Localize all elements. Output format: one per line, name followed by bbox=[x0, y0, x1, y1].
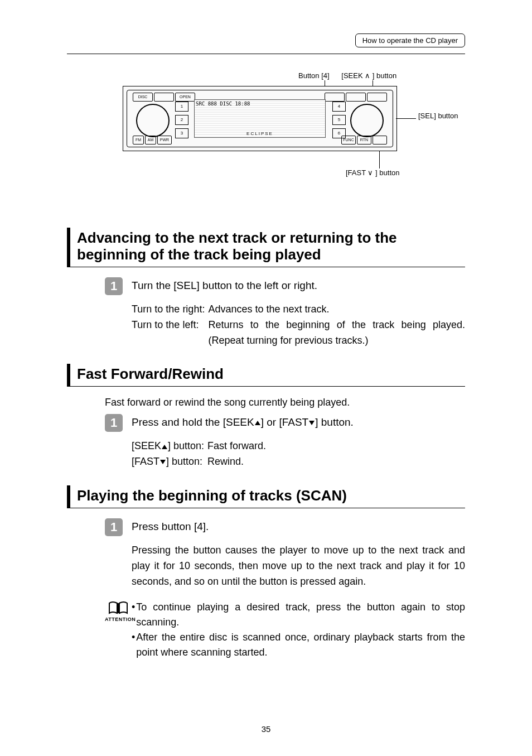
preset-3: 3 bbox=[175, 128, 188, 138]
volume-knob bbox=[136, 104, 170, 137]
scan-paragraph: Pressing the button causes the player to… bbox=[132, 543, 465, 590]
caret-down-icon bbox=[160, 460, 166, 464]
step-instruction: Press and hold the [SEEK] or [FAST] butt… bbox=[132, 414, 354, 428]
disc-button: DISC bbox=[133, 93, 153, 102]
stereo-faceplate: DISC OPEN FM AM PWR RTN FUNC 1 2 3 4 bbox=[123, 86, 397, 151]
attention-label: ATTENTION bbox=[105, 617, 132, 622]
label-button-4: Button [4] bbox=[298, 71, 330, 80]
sel-knob bbox=[350, 104, 384, 137]
rtn-button: RTN bbox=[357, 136, 371, 145]
device-diagram: Button [4] [SEEK ∧ ] button DISC OPEN FM… bbox=[123, 73, 452, 151]
intro-ffrw: Fast forward or rewind the song currentl… bbox=[105, 397, 465, 408]
header-section-title: How to operate the CD player bbox=[355, 33, 465, 47]
step-instruction: Press button [4]. bbox=[132, 518, 209, 533]
step-1-advance: 1 Turn the [SEL] button to the left or r… bbox=[105, 277, 465, 295]
brand-label: ECLIPSE bbox=[246, 131, 273, 136]
def-key-right: Turn to the right: bbox=[132, 302, 208, 317]
label-sel-button: [SEL] button bbox=[418, 112, 458, 120]
disp-button bbox=[346, 93, 366, 102]
section-heading-scan: Playing the beginning of tracks (SCAN) bbox=[67, 485, 465, 508]
def-key-left: Turn to the left: bbox=[132, 317, 208, 349]
open-button: OPEN bbox=[175, 93, 195, 102]
def-key-seek: [SEEK] button: bbox=[132, 439, 207, 454]
page-number: 35 bbox=[0, 724, 532, 734]
lcd-display: SRC 888 DISC 18:88 ECLIPSE bbox=[194, 99, 326, 138]
attention-block: ATTENTION • To continue playing a desire… bbox=[105, 600, 465, 660]
caret-up-icon bbox=[162, 445, 167, 449]
heading-text: Playing the beginning of tracks (SCAN) bbox=[77, 485, 347, 508]
attention-item-2: • After the entire disc is scanned once,… bbox=[132, 630, 465, 660]
definitions-advance: Turn to the right: Advances to the next … bbox=[132, 302, 465, 349]
fast-button bbox=[373, 136, 387, 145]
caret-up-icon bbox=[255, 421, 260, 425]
def-val-fast: Rewind. bbox=[207, 454, 266, 470]
def-key-fast: [FAST] button: bbox=[132, 454, 207, 470]
preset-6: 6 bbox=[332, 128, 346, 138]
label-fast-button: [FAST ∨ ] button bbox=[346, 168, 399, 177]
heading-text: Fast Forward/Rewind bbox=[77, 364, 224, 386]
book-icon bbox=[107, 600, 129, 617]
def-val-left: Returns to the beginning of the track be… bbox=[208, 317, 465, 349]
pwr-button: PWR bbox=[157, 136, 172, 145]
step-instruction: Turn the [SEL] button to the left or rig… bbox=[132, 277, 317, 292]
preset-1: 1 bbox=[175, 102, 188, 112]
def-val-right: Advances to the next track. bbox=[208, 302, 465, 317]
step-1-ffrw: 1 Press and hold the [SEEK] or [FAST] bu… bbox=[105, 414, 465, 432]
preset-2: 2 bbox=[175, 115, 188, 125]
def-val-seek: Fast forward. bbox=[207, 439, 266, 454]
heading-text: Advancing to the next track or returning… bbox=[77, 228, 465, 267]
attention-item-1: • To continue playing a desired track, p… bbox=[132, 600, 465, 630]
label-seek-button: [SEEK ∧ ] button bbox=[341, 71, 396, 80]
section-heading-advance: Advancing to the next track or returning… bbox=[67, 228, 465, 267]
preset-col-right: 4 5 6 bbox=[332, 102, 345, 142]
header-rule bbox=[67, 54, 465, 54]
step-1-scan: 1 Press button [4]. bbox=[105, 518, 465, 536]
definitions-ffrw: [SEEK] button: Fast forward. [FAST] butt… bbox=[132, 439, 266, 470]
step-number-icon: 1 bbox=[105, 277, 123, 295]
section-heading-ffrw: Fast Forward/Rewind bbox=[67, 364, 465, 387]
preset-5: 5 bbox=[332, 115, 346, 125]
preset-4: 4 bbox=[332, 102, 346, 112]
caret-down-icon bbox=[309, 421, 315, 425]
step-number-icon: 1 bbox=[105, 414, 123, 432]
rpt-button bbox=[367, 93, 387, 102]
ecom-button bbox=[154, 93, 174, 102]
am-button: AM bbox=[145, 136, 156, 145]
step-number-icon: 1 bbox=[105, 518, 123, 536]
fm-button: FM bbox=[133, 136, 144, 145]
preset-col-left: 1 2 3 bbox=[175, 102, 187, 142]
sound-button bbox=[325, 93, 345, 102]
